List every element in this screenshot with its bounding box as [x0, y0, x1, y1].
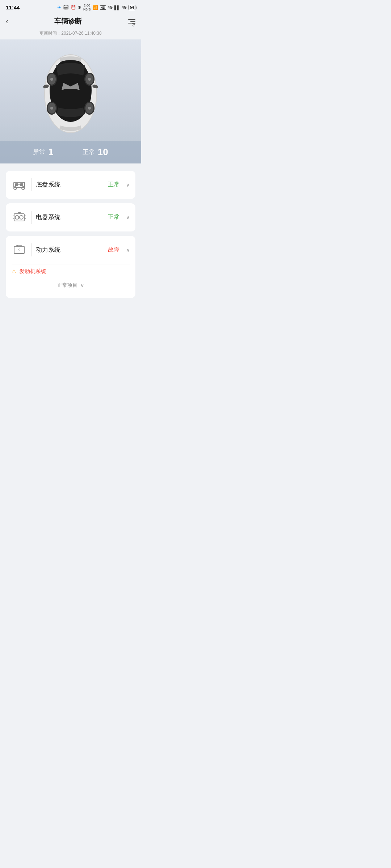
electrical-chevron-down-icon[interactable]: ∨	[126, 214, 130, 220]
network-speed: 2.00KB/S	[83, 4, 91, 12]
normal-label: 正常	[83, 148, 95, 156]
svg-rect-33	[14, 246, 24, 254]
electrical-status: 正常	[108, 213, 119, 221]
car-top-view-svg	[27, 50, 114, 137]
normal-count: 10	[98, 146, 108, 158]
electrical-icon	[12, 210, 27, 225]
hd-icon: HD	[100, 5, 106, 10]
normal-items-row[interactable]: 正常项目 ∨	[12, 278, 130, 292]
signal-icon: ▌▌	[114, 5, 120, 10]
svg-point-13	[50, 78, 53, 81]
chassis-status: 正常	[108, 181, 119, 188]
normal-items-chevron-down-icon: ∨	[80, 282, 84, 288]
electrical-system-card[interactable]: 电器系统 正常 ∨	[6, 203, 135, 231]
power-status: 故障	[108, 246, 119, 254]
normal-status-item: 正常 10	[83, 146, 108, 158]
power-name: 动力系统	[36, 246, 104, 254]
chassis-name: 底盘系统	[36, 180, 104, 189]
chassis-system-card[interactable]: 底盘系统 正常 ∨	[6, 171, 135, 199]
divider	[31, 211, 31, 224]
power-icon	[12, 242, 27, 258]
status-time: 11:44	[6, 4, 20, 10]
wifi-icon: 📶	[93, 5, 98, 10]
svg-point-15	[50, 107, 53, 110]
svg-point-16	[88, 107, 91, 110]
status-bar: 11:44 ✈ 🐼 ⏰ ✱ 2.00KB/S 📶 HD 4G ▌▌ 4G 54	[0, 0, 141, 14]
alarm-icon: ⏰	[71, 5, 76, 10]
content-section: 底盘系统 正常 ∨	[0, 163, 141, 305]
chassis-icon	[12, 177, 27, 192]
chassis-card-header[interactable]: 底盘系统 正常 ∨	[6, 171, 135, 199]
baidu-icon: 🐼	[63, 5, 69, 10]
power-chevron-up-icon[interactable]: ∧	[126, 247, 130, 253]
svg-point-25	[20, 216, 23, 219]
bluetooth-icon: ✱	[78, 5, 81, 10]
warning-triangle-icon: ⚠	[12, 268, 16, 274]
telegram-icon: ✈	[57, 5, 61, 10]
chassis-chevron-down-icon[interactable]: ∨	[126, 182, 130, 188]
back-button[interactable]: ‹	[6, 17, 8, 25]
4g-icon2: 4G	[122, 5, 127, 9]
page-title: 车辆诊断	[54, 17, 82, 26]
svg-point-24	[15, 216, 19, 219]
electrical-card-header[interactable]: 电器系统 正常 ∨	[6, 203, 135, 231]
fault-item-engine[interactable]: ⚠ 发动机系统	[12, 264, 130, 278]
normal-items-label: 正常项目	[57, 282, 77, 289]
abnormal-count: 1	[48, 146, 53, 158]
menu-history-button[interactable]: ⏱	[128, 19, 135, 24]
svg-point-14	[88, 78, 91, 81]
power-system-card[interactable]: 动力系统 故障 ∧ ⚠ 发动机系统 正常项目 ∨	[6, 236, 135, 298]
nav-bar: ‹ 车辆诊断 ⏱	[0, 14, 141, 30]
divider	[31, 243, 31, 256]
4g-icon: 4G	[108, 5, 113, 9]
power-card-header[interactable]: 动力系统 故障 ∧	[6, 236, 135, 264]
status-summary: 异常 1 正常 10	[0, 141, 141, 163]
svg-marker-37	[18, 248, 20, 252]
menu-clock-icon: ⏱	[132, 24, 135, 24]
divider	[31, 178, 31, 191]
electrical-name: 电器系统	[36, 213, 104, 221]
car-image	[20, 47, 121, 141]
abnormal-status-item: 异常 1	[33, 146, 53, 158]
update-time: 更新时间：2021-07-26 11:40:30	[0, 30, 141, 39]
car-section: 异常 1 正常 10	[0, 39, 141, 163]
power-expanded-content: ⚠ 发动机系统 正常项目 ∨	[6, 264, 135, 298]
status-icons: ✈ 🐼 ⏰ ✱ 2.00KB/S 📶 HD 4G ▌▌ 4G 54	[57, 4, 135, 12]
battery-icon: 54	[129, 5, 135, 10]
svg-rect-18	[15, 183, 18, 186]
svg-rect-19	[20, 183, 23, 186]
bottom-area	[0, 305, 141, 334]
abnormal-label: 异常	[33, 148, 45, 156]
engine-fault-name: 发动机系统	[19, 268, 46, 275]
